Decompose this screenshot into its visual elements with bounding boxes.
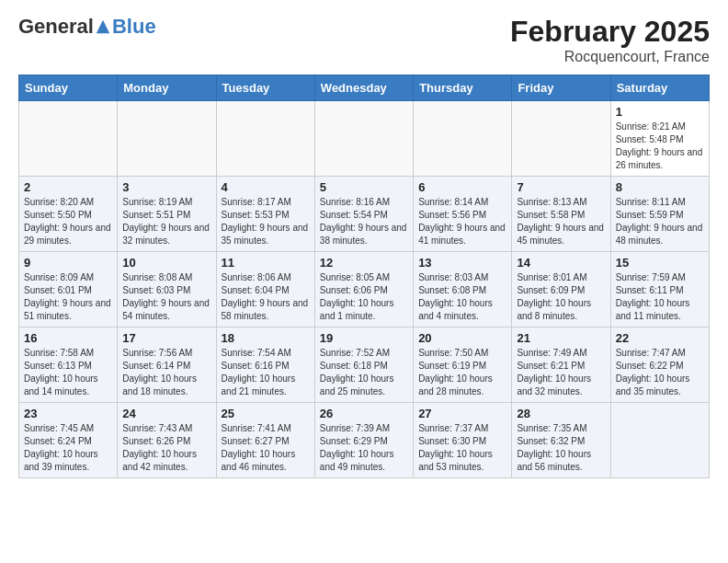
col-header-friday: Friday xyxy=(512,75,610,101)
logo-text: General Blue xyxy=(18,15,156,39)
calendar-cell: 5Sunrise: 8:16 AM Sunset: 5:54 PM Daylig… xyxy=(314,177,413,252)
week-row-5: 23Sunrise: 7:45 AM Sunset: 6:24 PM Dayli… xyxy=(19,403,710,478)
calendar-cell: 16Sunrise: 7:58 AM Sunset: 6:13 PM Dayli… xyxy=(19,327,118,403)
day-info: Sunrise: 7:59 AM Sunset: 6:11 PM Dayligh… xyxy=(616,271,704,323)
col-header-sunday: Sunday xyxy=(19,75,118,101)
page: General Blue February 2025 Rocquencourt,… xyxy=(0,0,728,493)
day-info: Sunrise: 7:50 AM Sunset: 6:19 PM Dayligh… xyxy=(418,347,506,398)
logo-general: General xyxy=(18,15,94,39)
calendar-cell: 4Sunrise: 8:17 AM Sunset: 5:53 PM Daylig… xyxy=(216,177,314,252)
day-number: 28 xyxy=(517,407,605,420)
calendar-cell: 18Sunrise: 7:54 AM Sunset: 6:16 PM Dayli… xyxy=(216,327,314,403)
calendar-cell: 28Sunrise: 7:35 AM Sunset: 6:32 PM Dayli… xyxy=(512,403,610,478)
day-info: Sunrise: 8:19 AM Sunset: 5:51 PM Dayligh… xyxy=(122,196,210,247)
day-info: Sunrise: 8:05 AM Sunset: 6:06 PM Dayligh… xyxy=(320,271,408,323)
day-info: Sunrise: 7:41 AM Sunset: 6:27 PM Dayligh… xyxy=(222,422,310,474)
calendar-cell: 17Sunrise: 7:56 AM Sunset: 6:14 PM Dayli… xyxy=(118,327,216,403)
day-info: Sunrise: 8:06 AM Sunset: 6:04 PM Dayligh… xyxy=(222,271,310,323)
calendar-cell xyxy=(512,101,610,177)
col-header-thursday: Thursday xyxy=(414,75,512,101)
calendar-cell: 1Sunrise: 8:21 AM Sunset: 5:48 PM Daylig… xyxy=(610,101,709,177)
calendar-cell: 2Sunrise: 8:20 AM Sunset: 5:50 PM Daylig… xyxy=(19,177,118,252)
calendar-cell: 8Sunrise: 8:11 AM Sunset: 5:59 PM Daylig… xyxy=(610,177,709,252)
day-number: 1 xyxy=(616,105,704,119)
calendar-cell: 22Sunrise: 7:47 AM Sunset: 6:22 PM Dayli… xyxy=(610,327,709,403)
calendar-cell xyxy=(216,101,314,177)
day-number: 21 xyxy=(517,331,605,345)
calendar-cell: 9Sunrise: 8:09 AM Sunset: 6:01 PM Daylig… xyxy=(19,252,118,327)
day-info: Sunrise: 8:03 AM Sunset: 6:08 PM Dayligh… xyxy=(418,271,506,323)
day-number: 4 xyxy=(222,180,310,194)
day-number: 15 xyxy=(616,256,704,270)
calendar-cell: 27Sunrise: 7:37 AM Sunset: 6:30 PM Dayli… xyxy=(414,403,512,478)
calendar-cell xyxy=(118,101,216,177)
subtitle: Rocquencourt, France xyxy=(510,49,710,65)
logo: General Blue xyxy=(18,15,156,39)
day-info: Sunrise: 8:14 AM Sunset: 5:56 PM Dayligh… xyxy=(418,196,506,247)
calendar-cell: 23Sunrise: 7:45 AM Sunset: 6:24 PM Dayli… xyxy=(19,403,118,478)
col-header-tuesday: Tuesday xyxy=(216,75,314,101)
day-number: 9 xyxy=(24,256,112,270)
day-info: Sunrise: 7:43 AM Sunset: 6:26 PM Dayligh… xyxy=(122,422,210,474)
day-info: Sunrise: 8:09 AM Sunset: 6:01 PM Dayligh… xyxy=(24,271,112,323)
week-row-3: 9Sunrise: 8:09 AM Sunset: 6:01 PM Daylig… xyxy=(19,252,710,327)
day-number: 2 xyxy=(24,180,112,194)
calendar-cell: 11Sunrise: 8:06 AM Sunset: 6:04 PM Dayli… xyxy=(216,252,314,327)
day-info: Sunrise: 7:54 AM Sunset: 6:16 PM Dayligh… xyxy=(222,347,310,398)
day-info: Sunrise: 7:52 AM Sunset: 6:18 PM Dayligh… xyxy=(320,347,408,398)
day-number: 26 xyxy=(320,407,408,420)
day-info: Sunrise: 7:35 AM Sunset: 6:32 PM Dayligh… xyxy=(517,422,605,474)
day-number: 3 xyxy=(122,180,210,194)
day-info: Sunrise: 7:49 AM Sunset: 6:21 PM Dayligh… xyxy=(517,347,605,398)
calendar-cell: 14Sunrise: 8:01 AM Sunset: 6:09 PM Dayli… xyxy=(512,252,610,327)
day-number: 5 xyxy=(320,180,408,194)
calendar-cell xyxy=(314,101,413,177)
day-info: Sunrise: 7:39 AM Sunset: 6:29 PM Dayligh… xyxy=(320,422,408,474)
logo-icon xyxy=(95,18,111,35)
day-info: Sunrise: 8:20 AM Sunset: 5:50 PM Dayligh… xyxy=(24,196,112,247)
calendar-cell: 26Sunrise: 7:39 AM Sunset: 6:29 PM Dayli… xyxy=(314,403,413,478)
day-info: Sunrise: 7:47 AM Sunset: 6:22 PM Dayligh… xyxy=(616,347,704,398)
day-number: 27 xyxy=(418,407,506,420)
week-row-1: 1Sunrise: 8:21 AM Sunset: 5:48 PM Daylig… xyxy=(19,101,710,177)
calendar-cell: 20Sunrise: 7:50 AM Sunset: 6:19 PM Dayli… xyxy=(414,327,512,403)
day-number: 6 xyxy=(418,180,506,194)
col-header-monday: Monday xyxy=(118,75,216,101)
week-row-2: 2Sunrise: 8:20 AM Sunset: 5:50 PM Daylig… xyxy=(19,177,710,252)
day-number: 17 xyxy=(122,331,210,345)
day-number: 24 xyxy=(122,407,210,420)
col-header-wednesday: Wednesday xyxy=(314,75,413,101)
calendar-cell xyxy=(19,101,118,177)
calendar-cell: 19Sunrise: 7:52 AM Sunset: 6:18 PM Dayli… xyxy=(314,327,413,403)
calendar-cell: 3Sunrise: 8:19 AM Sunset: 5:51 PM Daylig… xyxy=(118,177,216,252)
day-info: Sunrise: 7:56 AM Sunset: 6:14 PM Dayligh… xyxy=(122,347,210,398)
day-info: Sunrise: 8:16 AM Sunset: 5:54 PM Dayligh… xyxy=(320,196,408,247)
day-number: 14 xyxy=(517,256,605,270)
day-info: Sunrise: 7:58 AM Sunset: 6:13 PM Dayligh… xyxy=(24,347,112,398)
day-info: Sunrise: 8:21 AM Sunset: 5:48 PM Dayligh… xyxy=(616,121,704,172)
day-number: 11 xyxy=(222,256,310,270)
calendar-cell: 6Sunrise: 8:14 AM Sunset: 5:56 PM Daylig… xyxy=(414,177,512,252)
header-row: SundayMondayTuesdayWednesdayThursdayFrid… xyxy=(19,75,710,101)
day-number: 7 xyxy=(517,180,605,194)
calendar-cell xyxy=(610,403,709,478)
title-block: February 2025 Rocquencourt, France xyxy=(510,15,710,65)
main-title: February 2025 xyxy=(510,15,710,49)
calendar-cell: 12Sunrise: 8:05 AM Sunset: 6:06 PM Dayli… xyxy=(314,252,413,327)
day-number: 16 xyxy=(24,331,112,345)
day-info: Sunrise: 8:01 AM Sunset: 6:09 PM Dayligh… xyxy=(517,271,605,323)
day-number: 12 xyxy=(320,256,408,270)
day-info: Sunrise: 8:08 AM Sunset: 6:03 PM Dayligh… xyxy=(122,271,210,323)
week-row-4: 16Sunrise: 7:58 AM Sunset: 6:13 PM Dayli… xyxy=(19,327,710,403)
calendar-cell: 7Sunrise: 8:13 AM Sunset: 5:58 PM Daylig… xyxy=(512,177,610,252)
calendar-cell: 15Sunrise: 7:59 AM Sunset: 6:11 PM Dayli… xyxy=(610,252,709,327)
logo-blue: Blue xyxy=(112,15,156,39)
col-header-saturday: Saturday xyxy=(610,75,709,101)
calendar-cell: 21Sunrise: 7:49 AM Sunset: 6:21 PM Dayli… xyxy=(512,327,610,403)
day-number: 22 xyxy=(616,331,704,345)
day-info: Sunrise: 8:13 AM Sunset: 5:58 PM Dayligh… xyxy=(517,196,605,247)
day-info: Sunrise: 7:45 AM Sunset: 6:24 PM Dayligh… xyxy=(24,422,112,474)
day-number: 13 xyxy=(418,256,506,270)
day-info: Sunrise: 7:37 AM Sunset: 6:30 PM Dayligh… xyxy=(418,422,506,474)
calendar-cell: 24Sunrise: 7:43 AM Sunset: 6:26 PM Dayli… xyxy=(118,403,216,478)
